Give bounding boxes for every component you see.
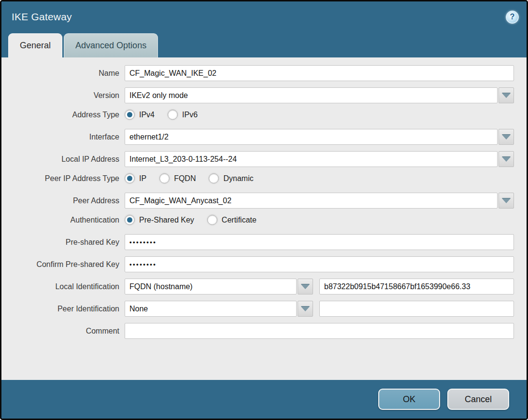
- chevron-down-icon: [301, 284, 310, 289]
- cancel-button[interactable]: Cancel: [447, 389, 509, 410]
- tab-general[interactable]: General: [8, 33, 62, 57]
- peer-identification-value-input[interactable]: [319, 301, 514, 317]
- version-dropdown-button[interactable]: [499, 87, 514, 103]
- local-identification-type-select[interactable]: [125, 279, 297, 294]
- local-ip-dropdown-button[interactable]: [499, 151, 514, 167]
- peer-address-label: Peer Address: [1, 196, 125, 205]
- authentication-row: Authentication Pre-Shared Key Certificat…: [1, 215, 514, 225]
- help-icon[interactable]: ?: [506, 11, 519, 24]
- peer-identification-type-select[interactable]: [125, 301, 297, 317]
- local-identification-value-input[interactable]: [319, 279, 514, 294]
- name-label: Name: [1, 69, 125, 78]
- general-tab-panel: Name Version Address Type IPv4 IPv6: [1, 57, 527, 380]
- peer-identification-label: Peer Identification: [1, 305, 125, 313]
- local-identification-dropdown-button[interactable]: [298, 279, 313, 294]
- confirm-preshared-key-label: Confirm Pre-shared Key: [1, 260, 125, 269]
- radio-ipv4[interactable]: IPv4: [125, 110, 155, 120]
- tab-advanced-options[interactable]: Advanced Options: [64, 33, 158, 57]
- interface-dropdown-button[interactable]: [499, 129, 514, 145]
- name-row: Name: [1, 65, 514, 81]
- radio-button-icon: [159, 173, 170, 183]
- address-type-row: Address Type IPv4 IPv6: [1, 110, 514, 120]
- radio-button-icon: [125, 215, 135, 225]
- preshared-key-input[interactable]: [125, 234, 514, 250]
- local-identification-row: Local Identification: [1, 279, 514, 294]
- titlebar: IKE Gateway ?: [1, 1, 527, 32]
- comment-input[interactable]: [125, 323, 514, 339]
- peer-identification-row: Peer Identification: [1, 301, 514, 317]
- confirm-preshared-key-input[interactable]: [125, 256, 514, 272]
- peer-ip-type-label: Peer IP Address Type: [1, 174, 125, 183]
- radio-dynamic[interactable]: Dynamic: [209, 173, 253, 183]
- chevron-down-icon: [502, 93, 511, 98]
- radio-dynamic-label: Dynamic: [223, 174, 253, 183]
- radio-ip-label: IP: [139, 174, 146, 183]
- version-row: Version: [1, 87, 514, 103]
- confirm-preshared-key-row: Confirm Pre-shared Key: [1, 256, 514, 272]
- radio-ipv6[interactable]: IPv6: [168, 110, 198, 120]
- radio-certificate-label: Certificate: [222, 216, 257, 224]
- radio-button-icon: [125, 173, 135, 183]
- local-identification-label: Local Identification: [1, 282, 125, 291]
- preshared-key-row: Pre-shared Key: [1, 234, 514, 250]
- radio-button-icon: [168, 110, 178, 120]
- peer-address-dropdown-button[interactable]: [499, 193, 514, 209]
- local-ip-row: Local IP Address: [1, 151, 514, 167]
- preshared-key-label: Pre-shared Key: [1, 238, 125, 247]
- comment-row: Comment: [1, 323, 514, 339]
- tab-bar: General Advanced Options: [1, 32, 527, 57]
- radio-ipv4-label: IPv4: [139, 111, 155, 119]
- radio-certificate[interactable]: Certificate: [207, 215, 257, 225]
- dialog-title: IKE Gateway: [12, 11, 72, 23]
- radio-fqdn-label: FQDN: [174, 174, 196, 183]
- name-input[interactable]: [125, 65, 514, 81]
- interface-label: Interface: [1, 133, 125, 141]
- peer-address-row: Peer Address: [1, 193, 514, 209]
- radio-ipv6-label: IPv6: [182, 111, 198, 119]
- version-label: Version: [1, 91, 125, 100]
- chevron-down-icon: [502, 135, 511, 140]
- radio-button-icon: [125, 110, 135, 120]
- interface-select-input[interactable]: [125, 129, 498, 145]
- ike-gateway-dialog: IKE Gateway ? General Advanced Options N…: [0, 0, 528, 420]
- peer-address-select-input[interactable]: [125, 193, 498, 209]
- interface-row: Interface: [1, 129, 514, 145]
- local-ip-label: Local IP Address: [1, 155, 125, 164]
- radio-pre-shared-key[interactable]: Pre-Shared Key: [125, 215, 194, 225]
- radio-fqdn[interactable]: FQDN: [159, 173, 196, 183]
- radio-ip[interactable]: IP: [125, 173, 146, 183]
- radio-psk-label: Pre-Shared Key: [139, 216, 194, 224]
- footer: OK Cancel: [1, 380, 527, 419]
- chevron-down-icon: [301, 307, 310, 311]
- ok-button[interactable]: OK: [378, 389, 440, 410]
- peer-ip-type-row: Peer IP Address Type IP FQDN Dynamic: [1, 173, 514, 183]
- radio-button-icon: [209, 173, 219, 183]
- chevron-down-icon: [502, 198, 511, 203]
- peer-identification-dropdown-button[interactable]: [298, 301, 313, 317]
- comment-label: Comment: [1, 327, 125, 336]
- authentication-label: Authentication: [1, 216, 125, 224]
- address-type-label: Address Type: [1, 111, 125, 119]
- version-select-input[interactable]: [125, 87, 498, 103]
- radio-button-icon: [207, 215, 217, 225]
- local-ip-select-input[interactable]: [125, 151, 498, 167]
- chevron-down-icon: [502, 157, 511, 162]
